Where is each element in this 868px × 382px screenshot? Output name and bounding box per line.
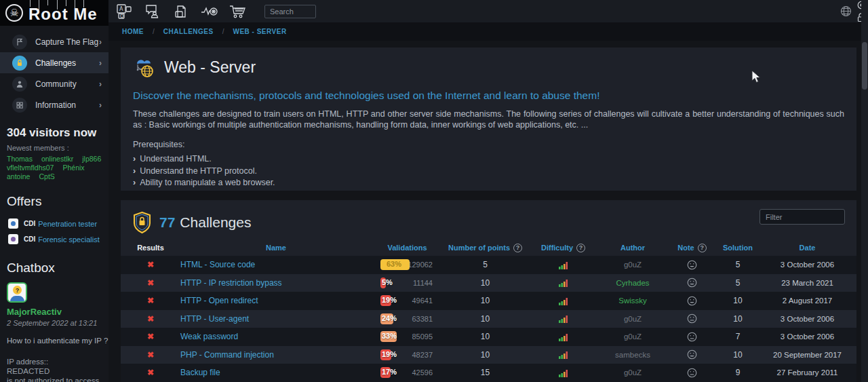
- menu-item-icon: [12, 35, 27, 50]
- sidebar-menu-item[interactable]: Challenges: [0, 52, 108, 73]
- author-link[interactable]: g0uZ: [624, 332, 642, 341]
- breadcrumb-link[interactable]: HOME: [122, 28, 144, 35]
- author-link[interactable]: g0uZ: [624, 368, 642, 377]
- validation-percent: 33%: [382, 332, 397, 340]
- challenge-link[interactable]: HTTP - User-agent: [180, 314, 249, 324]
- help-icon[interactable]: ?: [513, 244, 522, 252]
- column-points: Number of points?: [443, 240, 528, 256]
- breadcrumb-item: WEB - SERVER /: [233, 28, 286, 35]
- difficulty-cell: [528, 310, 599, 328]
- difficulty-bars-icon: [559, 350, 568, 359]
- author-link[interactable]: g0uZ: [624, 261, 642, 269]
- author-link[interactable]: g0uZ: [624, 315, 642, 323]
- newest-members-list: Thomasonlinestlkrjlp866vfleltvmfldhs07Ph…: [0, 155, 108, 180]
- validation-percent: 24%: [382, 314, 397, 322]
- filter-input[interactable]: [760, 209, 845, 225]
- forum-icon[interactable]: [138, 0, 167, 22]
- failed-icon: ✖: [147, 368, 154, 377]
- difficulty-cell: [528, 364, 599, 382]
- grin-face-icon: [687, 278, 697, 288]
- member-link[interactable]: jlp866: [82, 155, 101, 163]
- offer-item: CDI Penetration tester: [0, 216, 108, 231]
- svg-text:Q: Q: [120, 14, 124, 19]
- breadcrumb-link[interactable]: CHALLENGES: [163, 28, 214, 35]
- menu-item-label: Community: [35, 79, 77, 89]
- menu-item-label: Capture The Flag: [35, 37, 98, 47]
- prerequisites-label: Prerequisites:: [133, 140, 844, 149]
- difficulty-bars-icon: [559, 278, 568, 287]
- validation-count: 11144: [413, 279, 433, 287]
- challenge-link[interactable]: HTML - Source code: [180, 260, 255, 269]
- failed-icon: ✖: [147, 332, 154, 341]
- help-icon[interactable]: ?: [698, 244, 707, 252]
- challenge-link[interactable]: Backup file: [180, 368, 220, 377]
- language-globe-icon[interactable]: [840, 5, 852, 20]
- grin-face-icon: [687, 349, 697, 360]
- faq-icon[interactable]: A Q: [110, 0, 138, 22]
- logo[interactable]: ☠ Root Me: [0, 0, 108, 26]
- column-difficulty: Difficulty?: [528, 240, 599, 256]
- challenge-link[interactable]: Weak password: [180, 332, 238, 341]
- avatar[interactable]: ?: [7, 282, 27, 303]
- web-server-icon: [133, 56, 156, 79]
- member-link[interactable]: vfleltvmfldhs07: [7, 164, 54, 172]
- note-cell: [667, 274, 717, 292]
- date-value: 3 October 2006: [758, 256, 856, 274]
- challenges-panel: 77Challenges Results Name Validations Nu…: [121, 200, 856, 382]
- member-link[interactable]: onlinestlkr: [41, 155, 73, 163]
- difficulty-bars-icon: [559, 261, 568, 269]
- validation-percent: 19%: [382, 350, 397, 358]
- newest-members-label: Newest members :: [0, 142, 108, 155]
- chat-username[interactable]: MajorReactiv: [7, 307, 108, 317]
- logo-string: [39, 0, 39, 11]
- help-icon[interactable]: ?: [576, 244, 585, 252]
- member-link[interactable]: CptS: [39, 172, 54, 180]
- difficulty-bars-icon: [559, 297, 568, 305]
- challenge-link[interactable]: PHP - Command injection: [180, 350, 274, 360]
- chat-message-line: REDACTED: [7, 366, 108, 376]
- activity-icon[interactable]: [195, 0, 224, 22]
- sidebar-menu-item[interactable]: Capture The Flag: [0, 31, 108, 52]
- offer-link[interactable]: Penetration tester: [38, 220, 97, 228]
- challenges-count-label: Challenges: [180, 214, 251, 230]
- logo-string: [57, 0, 58, 9]
- chat-message-line: is not authorized to access: [7, 376, 108, 382]
- column-solution: Solution: [717, 240, 758, 256]
- sidebar-menu-item[interactable]: Information: [0, 94, 108, 115]
- author-link[interactable]: sambecks: [615, 351, 650, 359]
- challenge-link[interactable]: HTTP - IP restriction bypass: [180, 278, 282, 288]
- page-description: These challenges are designed to train u…: [133, 109, 844, 130]
- scrollbar-thumb[interactable]: [862, 42, 867, 90]
- points-value: 10: [443, 274, 528, 292]
- search-input[interactable]: [264, 5, 316, 18]
- cart-icon[interactable]: [224, 0, 252, 22]
- note-cell: [667, 346, 717, 364]
- breadcrumb-link[interactable]: WEB - SERVER: [233, 28, 286, 35]
- column-note: Note?: [667, 240, 717, 256]
- challenges-count: 77Challenges: [159, 214, 251, 231]
- member-link[interactable]: Phénix: [62, 164, 84, 172]
- author-link[interactable]: Cyrhades: [616, 279, 649, 287]
- offer-link[interactable]: Forensic specialist: [38, 235, 99, 244]
- table-body: ✖ HTML - Source code 63% 129062 5 g: [121, 256, 856, 382]
- logo-string: [66, 0, 66, 6]
- visitors-count: 304 visitors now: [0, 115, 108, 142]
- offer-icon: [8, 218, 18, 229]
- breadcrumb: HOME / CHALLENGES / WEB - SERVER /: [108, 22, 868, 41]
- documents-icon[interactable]: [167, 0, 195, 22]
- logo-string: [30, 0, 31, 7]
- validation-percent: 17%: [382, 368, 397, 376]
- author-link[interactable]: Swissky: [618, 297, 647, 305]
- challenge-link[interactable]: HTTP - Open redirect: [180, 296, 258, 305]
- avatar-face: ?: [13, 286, 22, 294]
- member-link[interactable]: Thomas: [7, 155, 33, 163]
- offers-list: CDI Penetration tester CDI Forensic spec…: [0, 216, 108, 247]
- points-value: 5: [443, 256, 528, 274]
- breadcrumb-separator: /: [222, 28, 224, 35]
- column-validations: Validations: [372, 240, 443, 256]
- sidebar-menu-item[interactable]: Community: [0, 73, 108, 94]
- date-value: 3 October 2006: [758, 310, 856, 328]
- date-value: 27 February 2011: [758, 364, 856, 382]
- points-value: 10: [443, 310, 528, 328]
- member-link[interactable]: antoine: [7, 172, 30, 180]
